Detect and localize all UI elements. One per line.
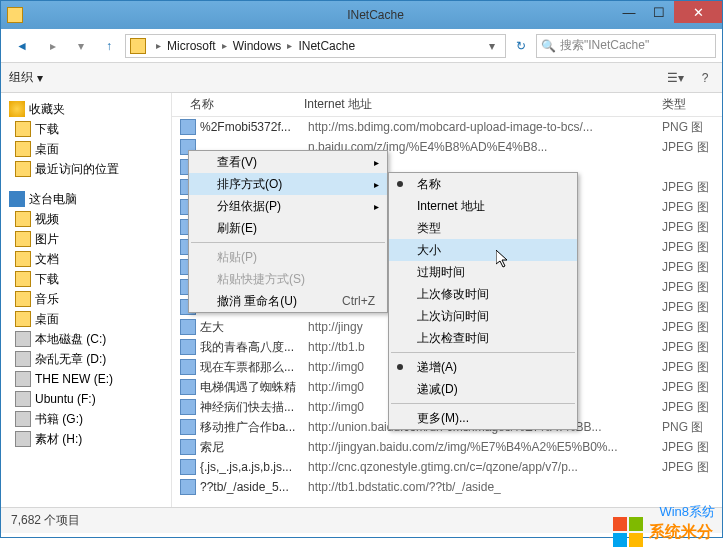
tree-downloads2[interactable]: 下载 [1,269,171,289]
tree-music[interactable]: 音乐 [1,289,171,309]
breadcrumb[interactable]: ▸ Microsoft ▸ Windows ▸ INetCache ▾ [125,34,506,58]
column-headers[interactable]: 名称 Internet 地址 类型 [172,93,722,117]
tree-recent[interactable]: 最近访问的位置 [1,159,171,179]
file-name: 索尼 [200,439,300,456]
file-type: JPEG 图 [662,139,722,156]
sort-expire[interactable]: 过期时间 [389,261,577,283]
col-type[interactable]: 类型 [662,96,722,113]
sort-submenu[interactable]: 名称 Internet 地址 类型 大小 过期时间 上次修改时间 上次访问时间 … [388,172,578,430]
chevron-right-icon: ▸ [374,179,379,190]
file-row[interactable]: 索尼http://jingyan.baidu.com/z/img/%E7%B4%… [172,437,722,457]
drive-icon [15,411,31,427]
file-row[interactable]: {.js,_.js,a.js,b.js...http://cnc.qzonest… [172,457,722,477]
sort-more[interactable]: 更多(M)... [389,407,577,429]
drive-icon [15,331,31,347]
crumb-inetcache[interactable]: INetCache [296,39,357,53]
file-row[interactable]: ??tb/_/aside_5...http://tb1.bdstatic.com… [172,477,722,497]
file-name: 现在车票都那么... [200,359,300,376]
organize-button[interactable]: 组织 ▾ [9,69,43,86]
maximize-button[interactable]: ☐ [644,1,674,23]
breadcrumb-dropdown[interactable]: ▾ [483,39,501,53]
sort-type[interactable]: 类型 [389,217,577,239]
tree-documents[interactable]: 文档 [1,249,171,269]
tree-videos[interactable]: 视频 [1,209,171,229]
windows-logo-icon [613,517,643,547]
forward-button[interactable]: ▸ [41,34,65,58]
refresh-button[interactable]: ↻ [510,34,532,58]
sort-address[interactable]: Internet 地址 [389,195,577,217]
sort-modified[interactable]: 上次修改时间 [389,283,577,305]
menu-undo[interactable]: 撤消 重命名(U)Ctrl+Z [189,290,387,312]
tree-desktop2[interactable]: 桌面 [1,309,171,329]
tree-drive-g[interactable]: 书籍 (G:) [1,409,171,429]
col-address[interactable]: Internet 地址 [300,96,662,113]
file-name: 神经病们快去描... [200,399,300,416]
file-icon [180,419,196,435]
tree-downloads[interactable]: 下载 [1,119,171,139]
history-dropdown[interactable]: ▾ [69,34,93,58]
item-count: 7,682 个项目 [11,512,80,529]
file-type: JPEG 图 [662,319,722,336]
file-type: JPEG 图 [662,259,722,276]
file-type: JPEG 图 [662,219,722,236]
tree-drive-f[interactable]: Ubuntu (F:) [1,389,171,409]
context-menu[interactable]: 查看(V)▸ 排序方式(O)▸ 分组依据(P)▸ 刷新(E) 粘贴(P) 粘贴快… [188,150,388,313]
drive-icon [15,371,31,387]
close-button[interactable]: ✕ [674,1,722,23]
file-type: JPEG 图 [662,459,722,476]
folder-icon [15,291,31,307]
crumb-microsoft[interactable]: Microsoft [165,39,218,53]
folder-icon [7,7,23,23]
tree-desktop[interactable]: 桌面 [1,139,171,159]
crumb-windows[interactable]: Windows [231,39,284,53]
sort-ascending[interactable]: 递增(A) [389,356,577,378]
file-type: JPEG 图 [662,359,722,376]
thispc-section[interactable]: 这台电脑 [1,189,171,209]
file-row[interactable]: %2Fmobi5372f...http://ms.bdimg.com/mobca… [172,117,722,137]
col-name[interactable]: 名称 [172,96,300,113]
menu-view[interactable]: 查看(V)▸ [189,151,387,173]
file-type: JPEG 图 [662,379,722,396]
address-bar: ◄ ▸ ▾ ↑ ▸ Microsoft ▸ Windows ▸ INetCach… [1,29,722,63]
tree-pictures[interactable]: 图片 [1,229,171,249]
tree-drive-c[interactable]: 本地磁盘 (C:) [1,329,171,349]
menu-group[interactable]: 分组依据(P)▸ [189,195,387,217]
file-icon [180,119,196,135]
view-options-button[interactable]: ☰▾ [666,69,684,87]
minimize-button[interactable]: — [614,1,644,23]
pc-icon [9,191,25,207]
search-input[interactable]: 🔍 搜索"INetCache" [536,34,716,58]
separator [391,352,575,353]
drive-icon [15,431,31,447]
file-icon [180,339,196,355]
sort-descending[interactable]: 递减(D) [389,378,577,400]
file-type: JPEG 图 [662,239,722,256]
watermark: Win8系纺 系统米分 [613,517,713,547]
back-button[interactable]: ◄ [7,32,37,60]
drive-icon [15,351,31,367]
favorites-section[interactable]: 收藏夹 [1,99,171,119]
tree-drive-h[interactable]: 素材 (H:) [1,429,171,449]
titlebar[interactable]: INetCache — ☐ ✕ [1,1,722,29]
file-type: PNG 图 [662,419,722,436]
file-name: ??tb/_/aside_5... [200,480,300,494]
menu-refresh[interactable]: 刷新(E) [189,217,387,239]
file-icon [180,399,196,415]
radio-icon [397,181,403,187]
file-type: JPEG 图 [662,299,722,316]
help-button[interactable]: ? [696,69,714,87]
tree-drive-d[interactable]: 杂乱无章 (D:) [1,349,171,369]
tree-drive-e[interactable]: THE NEW (E:) [1,369,171,389]
sort-name[interactable]: 名称 [389,173,577,195]
file-name: {.js,_.js,a.js,b.js... [200,460,300,474]
file-address: http://tb1.bdstatic.com/??tb/_/aside_ [300,480,662,494]
sort-visited[interactable]: 上次访问时间 [389,305,577,327]
sort-checked[interactable]: 上次检查时间 [389,327,577,349]
menu-sort[interactable]: 排序方式(O)▸ [189,173,387,195]
folder-icon [130,38,146,54]
folder-icon [15,251,31,267]
file-address: http://cnc.qzonestyle.gtimg.cn/c=/qzone/… [300,460,662,474]
up-button[interactable]: ↑ [97,34,121,58]
sort-size[interactable]: 大小 [389,239,577,261]
navigation-tree[interactable]: 收藏夹 下载 桌面 最近访问的位置 这台电脑 视频 图片 文档 下载 音乐 桌面… [1,93,172,507]
